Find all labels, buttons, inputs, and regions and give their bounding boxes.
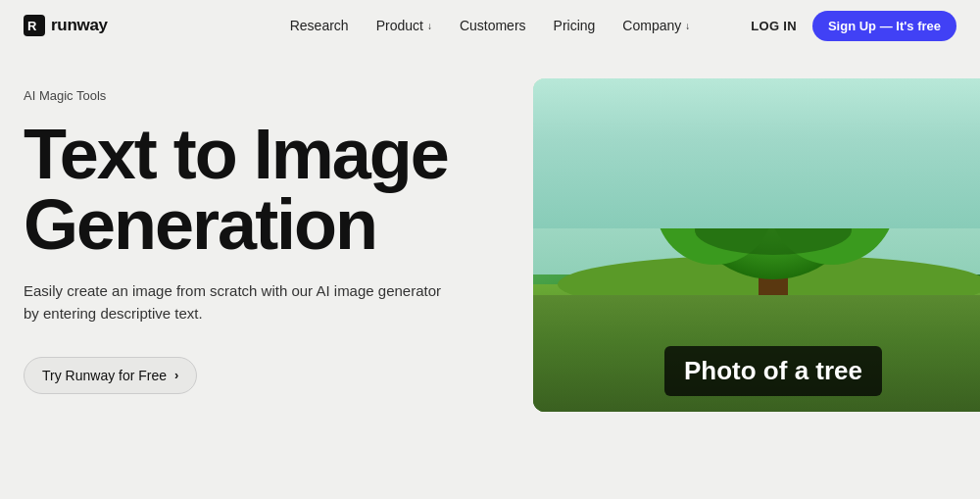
nav-product[interactable]: Product ↓	[376, 18, 432, 33]
signup-button[interactable]: Sign Up — It's free	[812, 11, 956, 41]
try-runway-button[interactable]: Try Runway for Free ›	[24, 357, 197, 394]
navbar: R runway Research Product ↓ Customers Pr…	[0, 0, 980, 51]
arrow-right-icon: ›	[174, 368, 178, 382]
product-chevron-icon: ↓	[427, 21, 432, 31]
image-prompt-overlay: Photo of a tree	[664, 346, 882, 396]
logo[interactable]: R runway	[24, 15, 108, 36]
login-button[interactable]: LOG IN	[751, 19, 797, 33]
hero-description: Easily create an image from scratch with…	[24, 279, 445, 325]
nav-links: Research Product ↓ Customers Pricing Com…	[290, 18, 691, 33]
hero-right: Photo of a tree	[494, 78, 980, 499]
runway-logo-icon: R	[24, 15, 45, 36]
sky-background	[533, 78, 980, 228]
nav-company[interactable]: Company ↓	[622, 18, 690, 33]
company-chevron-icon: ↓	[685, 21, 690, 31]
prompt-text: Photo of a tree	[684, 356, 862, 385]
hero-title: Text to Image Generation	[24, 119, 494, 260]
svg-text:R: R	[27, 19, 37, 33]
hero-title-line1: Text to Image	[24, 115, 448, 193]
demo-image: Photo of a tree	[533, 78, 980, 412]
nav-pricing[interactable]: Pricing	[554, 18, 596, 33]
logo-text: runway	[51, 16, 108, 35]
navbar-actions: LOG IN Sign Up — It's free	[751, 11, 956, 41]
hero-title-line2: Generation	[24, 185, 376, 264]
hero-left: AI Magic Tools Text to Image Generation …	[24, 78, 494, 499]
nav-research[interactable]: Research	[290, 18, 349, 33]
hero-tag: AI Magic Tools	[24, 88, 494, 103]
try-btn-label: Try Runway for Free	[42, 368, 167, 383]
nav-customers[interactable]: Customers	[460, 18, 526, 33]
main-content: AI Magic Tools Text to Image Generation …	[0, 51, 980, 499]
